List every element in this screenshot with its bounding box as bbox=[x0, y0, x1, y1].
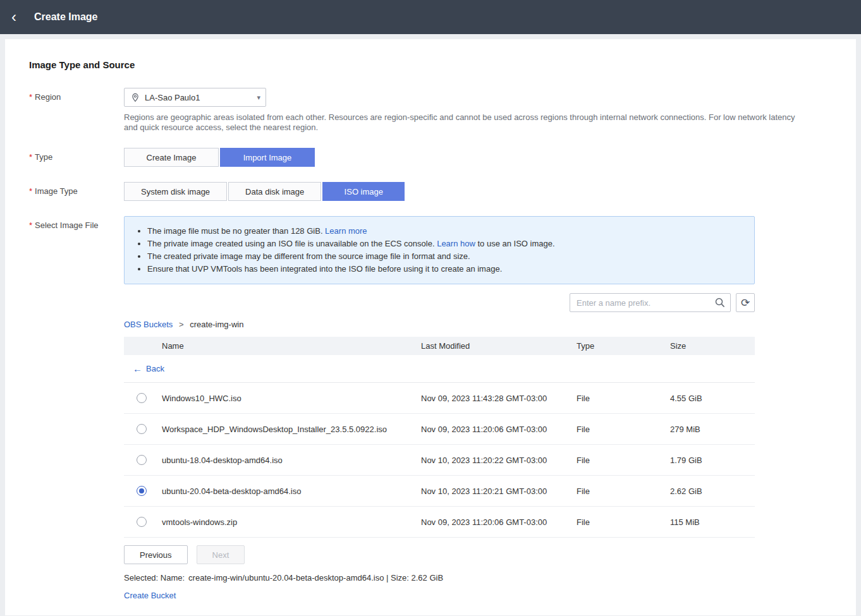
type-row: *Type Create ImageImport Image bbox=[29, 148, 832, 167]
selected-summary-value: create-img-win/ubuntu-20.04-beta-desktop… bbox=[188, 573, 443, 583]
note-link[interactable]: Learn more bbox=[325, 226, 367, 236]
column-header-size: Size bbox=[661, 341, 755, 351]
file-type: File bbox=[570, 517, 661, 527]
image-type-option-system-disk-image[interactable]: System disk image bbox=[124, 182, 227, 201]
image-type-toggle-group: System disk imageData disk imageISO imag… bbox=[124, 182, 832, 201]
file-type: File bbox=[570, 394, 661, 403]
section-title: Image Type and Source bbox=[29, 59, 832, 70]
table-row[interactable]: Windows10_HWC.iso Nov 09, 2023 11:43:28 … bbox=[124, 383, 755, 414]
content-card: Image Type and Source *Region LA-Sao Pau… bbox=[5, 39, 856, 615]
image-type-row: *Image Type System disk imageData disk i… bbox=[29, 182, 832, 201]
info-note-item: The created private image may be differe… bbox=[147, 250, 743, 263]
breadcrumb: OBS Buckets > create-img-win bbox=[124, 320, 755, 329]
file-size: 1.79 GiB bbox=[661, 456, 755, 465]
required-marker: * bbox=[29, 92, 32, 102]
file-name: Windows10_HWC.iso bbox=[156, 394, 415, 403]
file-radio[interactable] bbox=[137, 393, 147, 403]
chevron-down-icon: ▾ bbox=[257, 94, 260, 102]
file-toolbar: ⟳ bbox=[124, 293, 755, 312]
selected-summary: Selected: Name:create-img-win/ubuntu-20.… bbox=[124, 573, 755, 583]
required-marker: * bbox=[29, 186, 32, 196]
previous-button[interactable]: Previous bbox=[124, 545, 188, 564]
column-header-name: Name bbox=[156, 341, 415, 351]
radio-cell bbox=[124, 455, 156, 465]
file-radio[interactable] bbox=[137, 517, 147, 527]
required-marker: * bbox=[29, 152, 32, 162]
location-pin-icon bbox=[131, 93, 140, 102]
table-row[interactable]: vmtools-windows.zip Nov 09, 2023 11:20:0… bbox=[124, 507, 755, 538]
table-row[interactable]: ubuntu-20.04-beta-desktop-amd64.iso Nov … bbox=[124, 476, 755, 507]
select-image-file-label: *Select Image File bbox=[29, 216, 124, 284]
note-text: The private image created using an ISO f… bbox=[147, 239, 437, 248]
info-note-item: The image file must be no greater than 1… bbox=[147, 225, 743, 238]
file-name: vmtools-windows.zip bbox=[156, 517, 415, 527]
file-radio[interactable] bbox=[137, 424, 147, 434]
type-toggle-group: Create ImageImport Image bbox=[124, 148, 832, 167]
region-value: LA-Sao Paulo1 bbox=[145, 93, 257, 102]
notes-list: The image file must be no greater than 1… bbox=[133, 225, 743, 275]
file-size: 4.55 GiB bbox=[661, 394, 755, 403]
file-radio[interactable] bbox=[137, 486, 147, 496]
region-help-text: Regions are geographic areas isolated fr… bbox=[124, 112, 799, 133]
file-type: File bbox=[570, 486, 661, 496]
file-last-modified: Nov 10, 2023 11:20:22 GMT-03:00 bbox=[415, 456, 570, 465]
select-image-file-row: *Select Image File The image file must b… bbox=[29, 216, 832, 284]
file-radio[interactable] bbox=[137, 455, 147, 465]
file-size: 279 MiB bbox=[661, 425, 755, 434]
file-size: 115 MiB bbox=[661, 517, 755, 527]
note-text: The created private image may be differe… bbox=[147, 251, 470, 261]
column-header-type: Type bbox=[570, 341, 661, 351]
file-table: Name Last Modified Type Size ← Back Wind… bbox=[124, 337, 755, 538]
required-marker: * bbox=[29, 220, 32, 230]
back-chevron-icon[interactable]: ‹ bbox=[11, 9, 29, 25]
breadcrumb-obs-buckets-link[interactable]: OBS Buckets bbox=[124, 320, 173, 329]
image-type-option-data-disk-image[interactable]: Data disk image bbox=[228, 182, 321, 201]
table-row[interactable]: Workspace_HDP_WindowsDesktop_Installer_2… bbox=[124, 414, 755, 445]
info-note-item: The private image created using an ISO f… bbox=[147, 238, 743, 250]
file-name: ubuntu-20.04-beta-desktop-amd64.iso bbox=[156, 486, 415, 496]
page-title: Create Image bbox=[34, 11, 98, 23]
radio-cell bbox=[124, 486, 156, 496]
table-header: Name Last Modified Type Size bbox=[124, 337, 755, 355]
radio-cell bbox=[124, 424, 156, 434]
type-option-create-image[interactable]: Create Image bbox=[124, 148, 219, 167]
file-size: 2.62 GiB bbox=[661, 486, 755, 496]
table-row[interactable]: ubuntu-18.04-desktop-amd64.iso Nov 10, 2… bbox=[124, 445, 755, 476]
search-icon[interactable] bbox=[714, 297, 726, 308]
region-label: *Region bbox=[29, 88, 124, 133]
column-header-last-modified: Last Modified bbox=[415, 341, 570, 351]
selected-summary-label: Selected: Name: bbox=[124, 573, 185, 583]
file-table-body: Windows10_HWC.iso Nov 09, 2023 11:43:28 … bbox=[124, 383, 755, 538]
file-type: File bbox=[570, 456, 661, 465]
image-type-option-iso-image[interactable]: ISO image bbox=[322, 182, 405, 201]
create-bucket-link[interactable]: Create Bucket bbox=[124, 591, 176, 600]
search-input[interactable] bbox=[570, 293, 731, 312]
breadcrumb-current-bucket: create-img-win bbox=[190, 320, 243, 329]
note-link[interactable]: Learn how bbox=[437, 239, 475, 248]
file-last-modified: Nov 10, 2023 11:20:21 GMT-03:00 bbox=[415, 486, 570, 496]
iso-info-box: The image file must be no greater than 1… bbox=[124, 216, 755, 284]
note-text-suffix: to use an ISO image. bbox=[475, 239, 555, 248]
folder-back-row[interactable]: ← Back bbox=[124, 355, 755, 383]
type-option-import-image[interactable]: Import Image bbox=[220, 148, 315, 167]
radio-cell bbox=[124, 393, 156, 403]
file-last-modified: Nov 09, 2023 11:43:28 GMT-03:00 bbox=[415, 394, 570, 403]
file-name: ubuntu-18.04-desktop-amd64.iso bbox=[156, 456, 415, 465]
refresh-button[interactable]: ⟳ bbox=[736, 293, 755, 312]
region-select[interactable]: LA-Sao Paulo1 ▾ bbox=[124, 88, 266, 107]
search-box bbox=[570, 293, 731, 312]
next-button[interactable]: Next bbox=[197, 545, 245, 564]
breadcrumb-separator: > bbox=[179, 320, 184, 329]
page-header: ‹ Create Image bbox=[0, 0, 861, 34]
region-row: *Region LA-Sao Paulo1 ▾ Regions are geog… bbox=[29, 88, 832, 133]
wizard-actions: Previous Next bbox=[124, 545, 755, 564]
file-last-modified: Nov 09, 2023 11:20:06 GMT-03:00 bbox=[415, 425, 570, 434]
file-last-modified: Nov 09, 2023 11:20:06 GMT-03:00 bbox=[415, 517, 570, 527]
arrow-left-icon: ← bbox=[133, 363, 142, 374]
folder-back-link[interactable]: Back bbox=[146, 364, 164, 373]
note-text: Ensure that UVP VMTools has been integra… bbox=[147, 264, 502, 274]
type-label: *Type bbox=[29, 148, 124, 167]
note-text: The image file must be no greater than 1… bbox=[147, 226, 325, 236]
file-type: File bbox=[570, 425, 661, 434]
info-note-item: Ensure that UVP VMTools has been integra… bbox=[147, 263, 743, 275]
